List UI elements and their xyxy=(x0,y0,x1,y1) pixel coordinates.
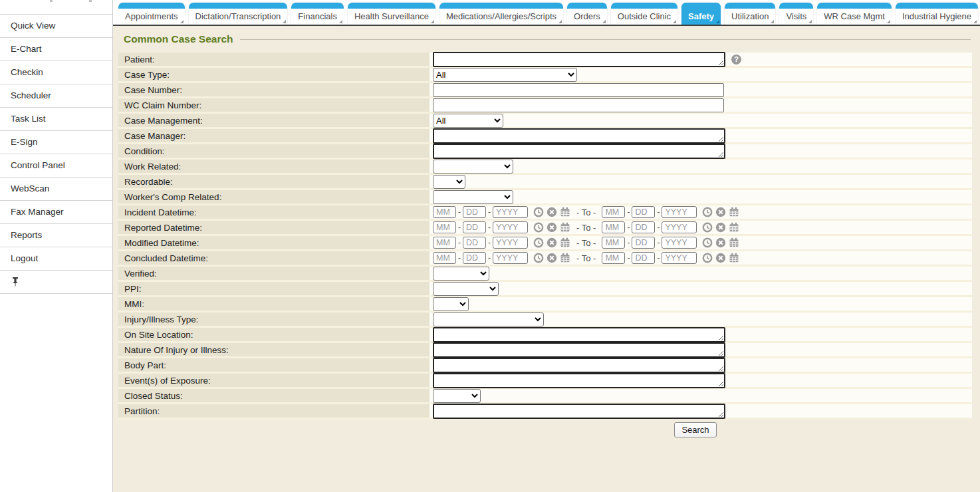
clock-icon[interactable] xyxy=(533,253,544,263)
tab-utilization[interactable]: Utilization xyxy=(725,3,775,25)
modified-to-month-input[interactable] xyxy=(602,237,625,249)
concluded-to-month-input[interactable] xyxy=(602,252,625,264)
clock-icon[interactable] xyxy=(702,237,713,248)
case-type-select[interactable]: All xyxy=(433,68,577,82)
clear-icon[interactable] xyxy=(715,237,726,248)
clear-icon[interactable] xyxy=(715,222,726,233)
closed-status-select[interactable] xyxy=(433,389,481,403)
calendar-icon[interactable] xyxy=(729,237,739,248)
sidebar-item-logout[interactable]: Logout xyxy=(0,247,112,271)
tab-appointments[interactable]: Appointments xyxy=(118,3,185,25)
wc-claim-number-input[interactable] xyxy=(433,98,724,112)
clock-icon[interactable] xyxy=(702,222,713,233)
concluded-from-month-input[interactable] xyxy=(433,252,456,264)
sidebar-pin-toggle[interactable] xyxy=(0,271,112,294)
verified-select[interactable] xyxy=(433,267,489,281)
calendar-icon[interactable] xyxy=(560,253,570,263)
clock-icon[interactable] xyxy=(702,207,713,217)
calendar-icon[interactable] xyxy=(560,207,570,217)
tab-menu-indicator-icon xyxy=(283,20,286,23)
on-site-location-input[interactable] xyxy=(433,327,725,342)
tab-health-surveillance[interactable]: Health Surveillance xyxy=(348,3,435,25)
case-management-select[interactable]: All xyxy=(433,114,503,128)
sidebar-item-reports[interactable]: Reports xyxy=(0,224,112,247)
search-button[interactable]: Search xyxy=(674,422,717,437)
clear-icon[interactable] xyxy=(715,207,726,217)
workers-comp-related-select[interactable] xyxy=(433,190,513,204)
modified-to-year-input[interactable] xyxy=(662,237,697,249)
tab-visits[interactable]: Visits xyxy=(779,3,813,25)
incident-from-month-input[interactable] xyxy=(433,206,456,218)
clock-icon[interactable] xyxy=(533,222,544,233)
sidebar-item-fax-manager[interactable]: Fax Manager xyxy=(0,201,112,224)
reported-from-year-input[interactable] xyxy=(493,221,528,233)
field-label: Patient: xyxy=(118,53,429,66)
tab-industrial-hygiene[interactable]: Industrial Hygiene xyxy=(896,3,978,25)
recordable-select[interactable] xyxy=(433,175,465,189)
clear-icon[interactable] xyxy=(547,237,557,248)
sidebar-item-webscan[interactable]: WebScan xyxy=(0,178,112,201)
incident-to-day-input[interactable] xyxy=(632,206,655,218)
body-part-input[interactable] xyxy=(433,358,725,373)
injury-illness-type-select[interactable] xyxy=(433,312,544,326)
tab-outside-clinic[interactable]: Outside Clinic xyxy=(611,3,677,25)
reported-to-month-input[interactable] xyxy=(602,221,625,233)
calendar-icon[interactable] xyxy=(560,237,570,248)
sidebar-item-e-chart[interactable]: E-Chart xyxy=(0,38,112,61)
sidebar-item-quick-view[interactable]: Quick View xyxy=(0,15,112,38)
tab-safety[interactable]: Safety xyxy=(681,3,721,25)
calendar-icon[interactable] xyxy=(729,207,739,217)
calendar-icon[interactable] xyxy=(729,253,739,263)
partition-input[interactable] xyxy=(433,404,725,419)
field-label: Modified Datetime: xyxy=(118,236,429,249)
case-number-input[interactable] xyxy=(433,83,724,97)
mmi-select[interactable] xyxy=(433,297,469,311)
ppi-select[interactable] xyxy=(433,282,499,296)
tab-medications-allergies-scripts[interactable]: Medications/Allergies/Scripts xyxy=(439,3,563,25)
patient-input[interactable] xyxy=(433,52,725,67)
clock-icon[interactable] xyxy=(702,253,713,263)
tab-wr-case-mgmt[interactable]: WR Case Mgmt xyxy=(817,3,892,25)
concluded-to-year-input[interactable] xyxy=(662,252,697,264)
tab-dictation-transcription[interactable]: Dictation/Transcription xyxy=(189,3,288,25)
condition-input[interactable] xyxy=(433,144,725,159)
sidebar-item-checkin[interactable]: Checkin xyxy=(0,61,112,84)
tab-menu-indicator-icon xyxy=(180,20,184,23)
modified-from-month-input[interactable] xyxy=(433,237,456,249)
work-related-select[interactable] xyxy=(433,160,513,174)
help-icon[interactable]: ? xyxy=(731,55,741,64)
clear-icon[interactable] xyxy=(715,253,726,263)
reported-from-month-input[interactable] xyxy=(433,221,456,233)
incident-to-month-input[interactable] xyxy=(602,206,625,218)
modified-to-day-input[interactable] xyxy=(632,237,655,249)
concluded-from-day-input[interactable] xyxy=(463,252,486,264)
calendar-icon[interactable] xyxy=(560,222,570,233)
tab-orders[interactable]: Orders xyxy=(567,3,607,25)
tab-accent-bar xyxy=(817,3,892,9)
modified-from-year-input[interactable] xyxy=(493,237,528,249)
clock-icon[interactable] xyxy=(533,237,544,248)
incident-to-year-input[interactable] xyxy=(662,206,697,218)
reported-from-day-input[interactable] xyxy=(463,221,486,233)
clear-icon[interactable] xyxy=(547,253,557,263)
sidebar-item-e-sign[interactable]: E-Sign xyxy=(0,131,112,154)
case-manager-input[interactable] xyxy=(433,128,725,144)
reported-to-day-input[interactable] xyxy=(632,221,655,233)
tab-financials[interactable]: Financials xyxy=(291,3,344,25)
clear-icon[interactable] xyxy=(547,207,557,217)
sidebar-item-task-list[interactable]: Task List xyxy=(0,108,112,131)
sidebar-item-control-panel[interactable]: Control Panel xyxy=(0,154,112,178)
concluded-from-year-input[interactable] xyxy=(493,252,528,264)
clear-icon[interactable] xyxy=(547,222,557,233)
incident-from-year-input[interactable] xyxy=(493,206,528,218)
clock-icon[interactable] xyxy=(533,207,544,217)
nature-of-injury-input[interactable] xyxy=(433,342,725,358)
concluded-to-day-input[interactable] xyxy=(632,252,655,264)
modified-from-day-input[interactable] xyxy=(463,237,486,249)
sidebar-item-scheduler[interactable]: Scheduler xyxy=(0,84,112,108)
events-of-exposure-input[interactable] xyxy=(433,373,725,388)
calendar-icon[interactable] xyxy=(729,222,739,233)
tab-menu-indicator-icon xyxy=(339,20,342,23)
incident-from-day-input[interactable] xyxy=(463,206,486,218)
reported-to-year-input[interactable] xyxy=(662,221,697,233)
